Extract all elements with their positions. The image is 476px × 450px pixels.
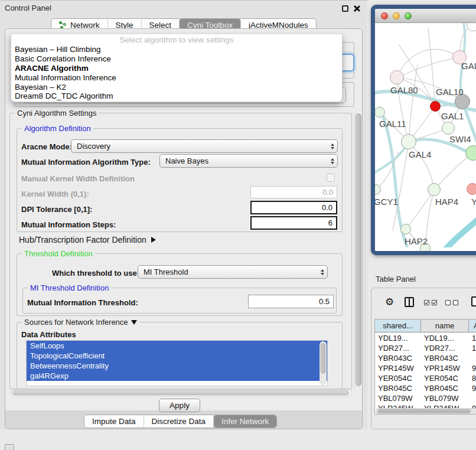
table-row[interactable]: YDR27...YDR27...12: [375, 343, 476, 353]
data-attributes-list: SelfLoops TopologicalCoefficient Between…: [26, 340, 328, 386]
attribute-item[interactable]: TopologicalCoefficient: [27, 351, 327, 361]
checked-box-icon[interactable]: [424, 300, 429, 305]
attribute-item[interactable]: gal4RGexp: [27, 371, 327, 381]
algorithm-option[interactable]: Dream8 DC_TDC Algorithm: [11, 92, 342, 101]
unchecked-box-icon[interactable]: [445, 300, 451, 305]
network-node-hap2[interactable]: [400, 224, 411, 234]
aracne-mode-label: Aracne Mode:: [21, 142, 72, 151]
node-label: GCY1: [375, 197, 398, 207]
gear-icon[interactable]: ⚙: [385, 296, 394, 308]
table-row[interactable]: YPR145WYPR145W9.: [375, 363, 476, 373]
table-row[interactable]: YBR045CYBR045C9.: [375, 383, 476, 393]
mi-algorithm-type-combo[interactable]: Naive Bayes: [159, 154, 338, 168]
stepper-arrows-icon: [331, 144, 334, 149]
network-node-hap4[interactable]: [428, 183, 441, 196]
threshold-definition-title: Threshold Definition: [22, 249, 95, 258]
hub-definition-expander[interactable]: Hub/Transcription Factor Definition: [19, 235, 156, 244]
node-table: shared... name A YDL19...YDL19...13 YDR2…: [374, 319, 476, 415]
algorithm-option[interactable]: Bayesian – Hill Climbing: [11, 45, 342, 54]
columns-icon[interactable]: [405, 297, 414, 307]
network-node-gal1[interactable]: [442, 122, 455, 135]
checked-box-icon[interactable]: [432, 300, 437, 305]
attribute-item[interactable]: SelfLoops: [27, 341, 327, 351]
algorithm-definition-title: Algorithm Definition: [22, 124, 93, 133]
attribute-item[interactable]: BetweennessCentrality: [27, 361, 327, 371]
settings-group-title: Cyni Algorithm Settings: [15, 109, 99, 118]
node-label: HAP4: [435, 197, 458, 207]
mi-threshold-label: Mutual Information Threshold:: [27, 298, 138, 307]
column-header-name[interactable]: name: [421, 319, 469, 332]
dpi-tolerance-field[interactable]: 0.0: [250, 201, 337, 214]
algorithm-option[interactable]: Mutual Information Inference: [11, 73, 342, 82]
kernel-width-label: Kernel Width (0,1):: [21, 190, 89, 198]
minimize-button[interactable]: [393, 12, 400, 19]
table-row[interactable]: YBL079WYBL079W: [375, 393, 476, 403]
control-panel-title: Control Panel: [5, 4, 51, 12]
table-hscrollbar-thumb[interactable]: [377, 409, 471, 413]
mi-steps-field[interactable]: 6: [250, 216, 337, 230]
node-label: GAL80: [390, 85, 418, 95]
chevron-right-icon: [151, 237, 156, 243]
attributes-scrollbar-thumb[interactable]: [321, 343, 325, 374]
which-threshold-label: Which threshold to use:: [52, 269, 139, 278]
network-node-gal4[interactable]: [401, 134, 416, 149]
node-label: GAL: [461, 61, 476, 71]
settings-scrollbar-track[interactable]: [354, 112, 362, 390]
network-window[interactable]: GAL GAL80 GAL10 GAL1 GAL11 SWI4 GAL4 GCY…: [371, 5, 476, 255]
node-label: HAP2: [405, 236, 428, 246]
unchecked-box-icon[interactable]: [453, 300, 458, 305]
kernel-width-field[interactable]: 0.0: [250, 186, 337, 198]
tab-discretize-data[interactable]: Discretize Data: [144, 415, 214, 428]
network-window-titlebar[interactable]: [375, 9, 476, 23]
settings-scrollbar-thumb[interactable]: [356, 113, 361, 386]
algorithm-option[interactable]: Basic Correlation Inference: [11, 54, 342, 64]
column-header-partial[interactable]: A: [469, 319, 476, 332]
table-hscrollbar-track[interactable]: [376, 408, 476, 415]
attributes-scrollbar-track[interactable]: [319, 341, 327, 385]
close-icon[interactable]: [353, 5, 360, 12]
dropdown-prompt: Select algorithm to view settings: [11, 34, 342, 45]
node-label: SWI4: [449, 134, 471, 144]
mi-steps-label: Mutual Information Steps:: [21, 220, 116, 229]
screen: Control Panel Network Style Select Cyni …: [0, 0, 476, 450]
algorithm-dropdown-list: Select algorithm to view settings Bayesi…: [11, 34, 343, 102]
table-row[interactable]: YER054CYER054C8.: [375, 373, 476, 383]
data-attributes-label: Data Attributes: [21, 330, 76, 339]
aracne-mode-combo[interactable]: Discovery: [71, 139, 338, 153]
manual-kernel-label: Manual Kernel Width Definition: [21, 174, 135, 183]
column-header-shared-name[interactable]: shared...: [375, 319, 421, 332]
table-panel: ⚙ shared... name A YDL19...YDL19...13 YD…: [371, 288, 476, 429]
chevron-down-icon: [131, 320, 137, 325]
network-node-selected-red[interactable]: [430, 101, 441, 112]
dpi-tolerance-label: DPI Tolerance [0,1]:: [21, 205, 92, 214]
table-row[interactable]: YDL19...YDL19...13: [375, 333, 476, 343]
node-label: GAL11: [379, 119, 406, 129]
collapsed-panel-button[interactable]: [5, 444, 14, 450]
which-threshold-combo[interactable]: MI Threshold: [138, 265, 328, 279]
document-icon[interactable]: [471, 296, 476, 306]
tab-impute-data[interactable]: Impute Data: [84, 415, 144, 428]
settings-hscrollbar-thumb[interactable]: [12, 390, 349, 395]
algorithm-option-selected[interactable]: ARACNE Algorithm: [11, 64, 342, 73]
table-row[interactable]: YBR043CYBR043C: [375, 353, 476, 363]
tab-infer-network[interactable]: Infer Network: [214, 415, 276, 428]
algorithm-option[interactable]: Bayesian – K2: [11, 82, 342, 92]
float-window-icon[interactable]: [342, 5, 348, 12]
manual-kernel-checkbox[interactable]: [327, 174, 335, 182]
apply-button[interactable]: Apply: [159, 399, 200, 412]
mi-threshold-field[interactable]: 0.5: [248, 295, 334, 308]
network-node-gal80[interactable]: [390, 70, 404, 84]
control-panel: Control Panel Network Style Select Cyni …: [0, 0, 367, 429]
network-node[interactable]: [467, 183, 476, 195]
node-label: Y: [471, 197, 476, 207]
zoom-button[interactable]: [405, 12, 412, 19]
node-label: GAL10: [436, 87, 464, 97]
network-canvas[interactable]: GAL GAL80 GAL10 GAL1 GAL11 SWI4 GAL4 GCY…: [375, 23, 476, 251]
mi-algorithm-type-label: Mutual Information Algorithm Type:: [21, 158, 151, 167]
sources-group-title[interactable]: Sources for Network Inference: [22, 318, 139, 327]
close-button[interactable]: [381, 12, 388, 19]
settings-hscrollbar-track[interactable]: [11, 389, 352, 396]
stepper-arrows-icon: [321, 269, 324, 275]
stepper-arrows-icon: [331, 158, 334, 164]
bottom-tabs: Impute Data Discretize Data Infer Networ…: [84, 415, 277, 428]
